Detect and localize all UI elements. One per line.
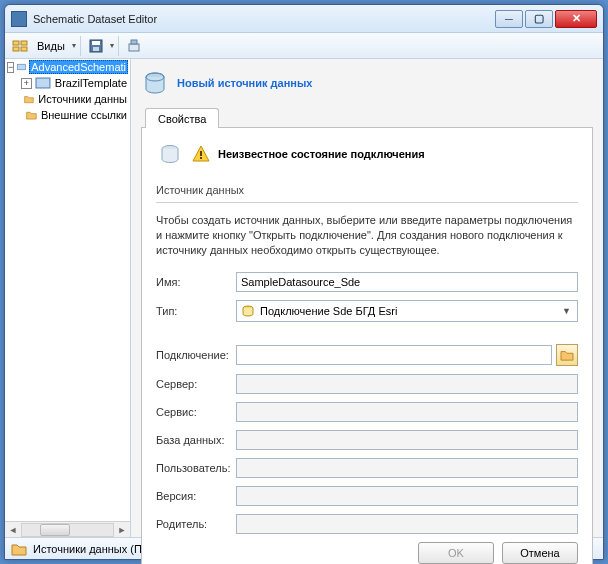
input-parent	[236, 514, 578, 534]
dataset-icon	[17, 60, 26, 74]
svg-rect-6	[93, 47, 99, 51]
tree-item-label: AdvancedSchemati	[29, 60, 128, 74]
content-split: − AdvancedSchemati + BrazilTemplate Исто…	[5, 59, 603, 537]
label-name: Имя:	[156, 276, 236, 288]
label-type: Тип:	[156, 305, 236, 317]
input-version	[236, 486, 578, 506]
app-icon	[11, 11, 27, 27]
main-panel: Новый источник данных Свойства Неизвестн…	[131, 59, 603, 537]
scroll-left-arrow[interactable]: ◄	[5, 522, 21, 538]
label-server: Сервер:	[156, 378, 236, 390]
select-type[interactable]: Подключение Sde БГД Esri ▼	[236, 300, 578, 322]
select-type-value: Подключение Sde БГД Esri	[260, 305, 559, 317]
label-database: База данных:	[156, 434, 236, 446]
action-icon[interactable]	[123, 35, 145, 57]
datasource-icon	[141, 69, 169, 97]
svg-rect-0	[13, 41, 19, 45]
svg-rect-3	[21, 47, 27, 51]
svg-rect-8	[131, 40, 137, 44]
row-parent: Родитель:	[156, 514, 578, 534]
expand-icon[interactable]: +	[21, 78, 32, 89]
scroll-right-arrow[interactable]: ►	[114, 522, 130, 538]
label-connection: Подключение:	[156, 349, 236, 361]
svg-rect-15	[200, 157, 202, 159]
input-service	[236, 402, 578, 422]
minimize-button[interactable]: ─	[495, 10, 523, 28]
svg-rect-1	[21, 41, 27, 45]
ok-button[interactable]: OK	[418, 542, 494, 564]
tree-item-label: Источники данны	[37, 93, 128, 105]
row-connection: Подключение:	[156, 344, 578, 366]
input-name[interactable]	[236, 272, 578, 292]
scroll-thumb[interactable]	[40, 524, 70, 536]
tree-horizontal-scrollbar[interactable]: ◄ ►	[5, 521, 130, 537]
tab-properties[interactable]: Свойства	[145, 108, 219, 128]
label-service: Сервис:	[156, 406, 236, 418]
tree-item-dataset[interactable]: − AdvancedSchemati	[5, 59, 130, 75]
row-type: Тип: Подключение Sde БГД Esri ▼	[156, 300, 578, 322]
divider	[156, 202, 578, 203]
row-name: Имя:	[156, 272, 578, 292]
cancel-button[interactable]: Отмена	[502, 542, 578, 564]
maximize-button[interactable]: ▢	[525, 10, 553, 28]
label-parent: Родитель:	[156, 518, 236, 530]
tree-item-label: BrazilTemplate	[54, 77, 128, 89]
folder-open-icon	[560, 349, 574, 361]
row-user: Пользователь:	[156, 458, 578, 478]
input-user	[236, 458, 578, 478]
close-button[interactable]: ✕	[555, 10, 597, 28]
folder-icon	[24, 92, 34, 106]
window-title: Schematic Dataset Editor	[33, 13, 495, 25]
scroll-track[interactable]	[21, 523, 114, 537]
collapse-icon[interactable]: −	[7, 62, 14, 73]
input-connection[interactable]	[236, 345, 552, 365]
new-datasource-link[interactable]: Новый источник данных	[177, 77, 312, 89]
datasource-header: Новый источник данных	[141, 65, 593, 101]
svg-rect-7	[129, 44, 139, 51]
warning-icon	[192, 145, 210, 163]
views-dropdown-arrow[interactable]: ▾	[71, 41, 76, 50]
warning-text: Неизвестное состояние подключения	[218, 148, 425, 160]
tree-item-external-links[interactable]: Внешние ссылки	[5, 107, 130, 123]
save-button[interactable]	[85, 35, 107, 57]
views-label[interactable]: Виды	[33, 40, 69, 52]
input-server	[236, 374, 578, 394]
toolbar-separator	[80, 36, 81, 56]
tree-panel: − AdvancedSchemati + BrazilTemplate Исто…	[5, 59, 131, 537]
row-server: Сервер:	[156, 374, 578, 394]
connection-icon	[156, 140, 184, 168]
svg-rect-5	[92, 41, 100, 45]
input-database	[236, 430, 578, 450]
svg-rect-10	[36, 78, 50, 88]
browse-button[interactable]	[556, 344, 578, 366]
button-row: OK Отмена	[156, 542, 578, 564]
svg-rect-9	[18, 64, 26, 70]
tree-item-template[interactable]: + BrazilTemplate	[5, 75, 130, 91]
svg-rect-14	[200, 151, 202, 156]
toolbar-separator	[118, 36, 119, 56]
row-database: База данных:	[156, 430, 578, 450]
folder-icon	[11, 542, 27, 556]
label-version: Версия:	[156, 490, 236, 502]
section-title: Источник данных	[156, 180, 578, 196]
properties-panel: Неизвестное состояние подключения Источн…	[141, 127, 593, 564]
row-service: Сервис:	[156, 402, 578, 422]
window: Schematic Dataset Editor ─ ▢ ✕ Виды ▾ ▾ …	[4, 4, 604, 560]
row-version: Версия:	[156, 486, 578, 506]
save-dropdown-arrow[interactable]: ▾	[109, 41, 114, 50]
chevron-down-icon[interactable]: ▼	[559, 306, 574, 316]
label-user: Пользователь:	[156, 462, 236, 474]
section-description: Чтобы создать источник данных, выберите …	[156, 213, 578, 258]
tree-item-label: Внешние ссылки	[40, 109, 128, 121]
tree-item-datasources[interactable]: Источники данны	[5, 91, 130, 107]
views-icon[interactable]	[9, 35, 31, 57]
template-icon	[35, 76, 51, 90]
tabstrip: Свойства	[141, 107, 593, 127]
warning-row: Неизвестное состояние подключения	[156, 140, 578, 168]
db-type-icon	[240, 303, 256, 319]
folder-icon	[26, 108, 37, 122]
toolbar: Виды ▾ ▾	[5, 33, 603, 59]
svg-rect-2	[13, 47, 19, 51]
titlebar[interactable]: Schematic Dataset Editor ─ ▢ ✕	[5, 5, 603, 33]
